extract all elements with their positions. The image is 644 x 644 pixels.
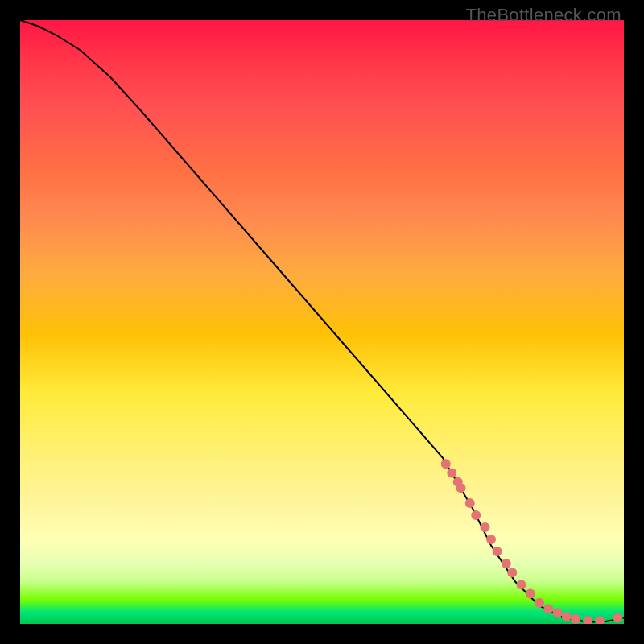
data-point [562, 612, 572, 621]
data-point [517, 580, 526, 589]
data-point [543, 604, 553, 613]
data-point [571, 614, 580, 624]
chart-svg [20, 20, 624, 624]
data-point [447, 469, 456, 478]
data-point [481, 522, 490, 532]
data-point [595, 616, 605, 624]
data-point [583, 616, 592, 624]
data-point [502, 559, 511, 568]
data-point [507, 568, 517, 577]
data-point [553, 609, 563, 618]
bottleneck-curve [20, 20, 624, 622]
data-point [493, 547, 502, 556]
plot-area [20, 20, 624, 624]
data-point [613, 613, 623, 623]
data-point [486, 535, 496, 544]
chart-container: TheBottleneck.com [0, 0, 644, 644]
data-point [456, 483, 466, 493]
data-point [441, 459, 451, 469]
watermark-text: TheBottleneck.com [466, 5, 621, 26]
data-point [535, 598, 544, 608]
data-point [465, 498, 475, 508]
data-point [471, 510, 481, 520]
data-point [526, 589, 535, 599]
